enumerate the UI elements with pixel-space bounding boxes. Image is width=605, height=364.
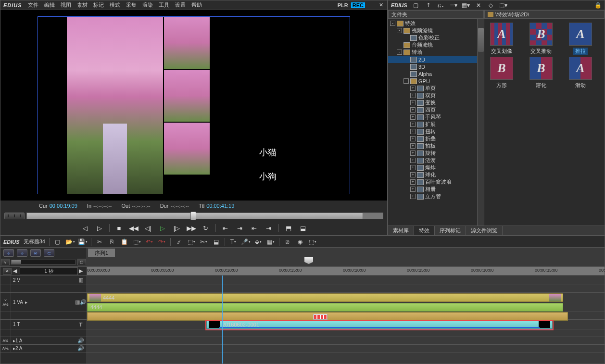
track-header-a1[interactable]: A¾ ▸1 A 🔊 (0, 337, 87, 345)
tc-in-value[interactable]: --:--:--:-- (93, 203, 112, 209)
tree-item[interactable]: -特效 (388, 20, 484, 27)
tc-out-value[interactable]: --:--:--:-- (132, 203, 150, 209)
tree-item[interactable]: +涟漪 (388, 157, 484, 164)
audio-icon[interactable]: 🎤 (241, 238, 250, 246)
rec-indicator[interactable]: REC (351, 2, 365, 8)
menu-help[interactable]: 帮助 (191, 1, 202, 9)
menu-marker[interactable]: 标记 (93, 1, 104, 9)
tc-dur-value[interactable]: --:--:--:-- (170, 203, 189, 209)
insert-icon[interactable]: ⬒ (284, 223, 293, 233)
tree-icon[interactable]: ⎌▾ (437, 1, 445, 9)
tree-item[interactable]: +扩展 (388, 121, 484, 128)
fx-item[interactable]: B交叉推动 (526, 23, 556, 55)
fx-tree-scrollbar[interactable] (477, 19, 484, 226)
tree-item[interactable]: 音频滤镜 (388, 41, 484, 49)
tab-browser[interactable]: 源文件浏览 (466, 226, 503, 235)
track-opt-icon[interactable]: ▢ (77, 259, 86, 265)
menu-tools[interactable]: 工具 (159, 1, 169, 9)
expand-toggle-icon[interactable]: + (410, 93, 416, 98)
mute-icon[interactable]: 🔊 (77, 345, 84, 351)
folder-icon[interactable]: ▢ (412, 1, 420, 9)
prev-frame-icon[interactable]: ◁| (143, 223, 153, 233)
tree-item[interactable]: +扭转 (388, 128, 484, 135)
tree-item[interactable]: +百叶窗波浪 (388, 178, 484, 186)
expand-toggle-icon[interactable]: + (410, 172, 416, 177)
mode-snap-icon[interactable]: ⊂ (44, 249, 54, 257)
track-a-icon[interactable]: A (3, 268, 12, 275)
group-icon[interactable]: ⬓ (212, 238, 221, 246)
set-in-icon[interactable]: ◁ (80, 223, 90, 233)
view-icon[interactable]: ▦▾ (462, 1, 470, 9)
expand-toggle-icon[interactable]: + (410, 129, 416, 134)
menu-edit[interactable]: 编辑 (44, 1, 55, 9)
expand-toggle-icon[interactable]: + (410, 187, 416, 192)
track-header-v2[interactable]: 2 V ▥ (0, 276, 87, 285)
track-lock-icon[interactable]: ▥ (78, 277, 83, 283)
track-header-t1[interactable]: 1 T T (0, 320, 87, 329)
expand-toggle-icon[interactable]: + (410, 165, 416, 170)
video-clip[interactable]: 4444 (87, 293, 563, 302)
expand-toggle-icon[interactable]: + (410, 143, 416, 149)
marker-icon[interactable]: ▦ (266, 238, 275, 246)
expand-toggle-icon[interactable]: - (397, 50, 402, 55)
stop-icon[interactable]: ■ (114, 223, 124, 233)
redo-icon[interactable]: ↷ (158, 238, 166, 246)
sequence-tab-1[interactable]: 序列1 (88, 249, 115, 257)
tree-item[interactable]: +相册 (388, 186, 484, 193)
menu-settings[interactable]: 设置 (175, 1, 186, 9)
play-icon[interactable]: ▷ (158, 223, 167, 233)
audio-patch-icon[interactable]: A½ (2, 302, 8, 307)
track-row-t1[interactable]: 20160602-0001 (87, 320, 605, 329)
audio-patch-icon[interactable]: A¾ (2, 339, 8, 343)
tab-bin[interactable]: 素材库 (388, 226, 414, 235)
tc-ttl-value[interactable]: 00:00:41:19 (206, 203, 234, 209)
close-icon[interactable]: ✕ (378, 2, 384, 9)
next-frame-icon[interactable]: |▷ (172, 223, 182, 233)
tree-item[interactable]: +球化 (388, 171, 484, 178)
menu-capture[interactable]: 采集 (126, 1, 137, 9)
menu-clip[interactable]: 素材 (77, 1, 88, 9)
fx-item[interactable]: B方形 (486, 57, 517, 89)
scrub-head[interactable] (190, 212, 196, 220)
tree-item[interactable]: 2D (388, 56, 484, 63)
time-ruler[interactable]: 00:00:00:0000:00:05:0000:00:10:0000:00:1… (87, 267, 605, 275)
expand-toggle-icon[interactable]: + (410, 194, 416, 199)
tab-markers[interactable]: 序列标记 (435, 226, 466, 235)
track-row-ext[interactable] (87, 312, 605, 320)
copy-icon[interactable]: ⎘ (108, 238, 116, 246)
track-row-a1[interactable] (87, 337, 605, 345)
plr-indicator[interactable]: PLR (338, 2, 348, 8)
audio-clip[interactable]: 4444 (87, 303, 563, 312)
fx-tree[interactable]: -特效-视频滤镜色彩校正音频滤镜-转场2D3DAlpha-GPU+单页+双页+变… (388, 19, 484, 226)
mode-multicam-icon[interactable]: ∞ (30, 249, 41, 257)
zoom-thumb[interactable] (12, 260, 21, 264)
expand-toggle-icon[interactable]: + (410, 100, 416, 105)
fx-item[interactable]: A推拉 (565, 23, 596, 55)
tree-item[interactable]: +拍板 (388, 142, 484, 150)
expand-toggle-icon[interactable]: + (410, 158, 416, 163)
tree-item[interactable]: 3D (388, 63, 484, 70)
undo-icon[interactable]: ↶ (145, 238, 154, 246)
audio-patch-icon[interactable]: A⅚ (2, 346, 9, 351)
menu-file[interactable]: 文件 (28, 1, 38, 9)
replace-icon[interactable]: ⬚ (133, 238, 141, 246)
expand-toggle-icon[interactable]: + (410, 107, 416, 113)
track-content[interactable]: 4444 4444 20160602-0001 (87, 276, 605, 364)
expand-toggle-icon[interactable]: + (410, 122, 416, 127)
track-lock-icon[interactable]: ▥ (75, 299, 80, 305)
tree-item[interactable]: +变换 (388, 99, 484, 106)
tree-item[interactable]: +双页 (388, 92, 484, 99)
prop-icon[interactable]: ◇ (487, 1, 495, 9)
layout-icon[interactable]: ⬚ (308, 238, 317, 246)
title-transition-handle[interactable] (313, 314, 328, 320)
track-header-a2[interactable]: A⅚ ▸2 A 🔊 (0, 345, 87, 352)
fx-item[interactable]: A交叉划像 (486, 23, 517, 55)
fast-forward-icon[interactable]: ▶▶ (187, 223, 196, 233)
goto-in-icon[interactable]: ⇥ (235, 223, 245, 233)
mute-icon[interactable]: 🔊 (80, 299, 87, 305)
expand-toggle-icon[interactable]: - (390, 21, 395, 26)
tree-item[interactable]: +四页 (388, 106, 484, 113)
menu-render[interactable]: 渲染 (142, 1, 153, 9)
ripple-icon[interactable]: ⫽ (175, 238, 183, 246)
expand-toggle-icon[interactable]: + (410, 179, 416, 185)
